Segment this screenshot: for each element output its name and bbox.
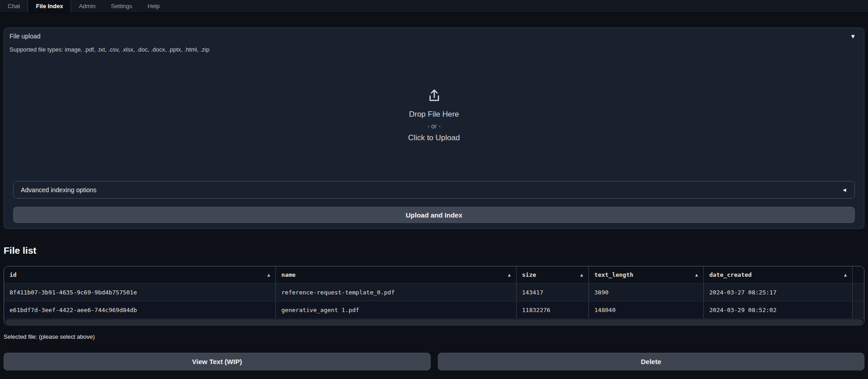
advanced-indexing-options-label: Advanced indexing options [21, 186, 96, 194]
column-label: text_length [594, 271, 633, 278]
table-row[interactable]: 8f411b07-3b91-4635-9c69-9bd4b757501e ref… [4, 283, 864, 301]
tab-admin[interactable]: Admin [71, 0, 103, 12]
table-header-row: id ▲ name ▲ size ▲ text_length ▲ date_cr… [4, 266, 864, 283]
sort-arrow-icon: ▲ [580, 272, 583, 277]
column-header-id[interactable]: id ▲ [4, 266, 276, 283]
horizontal-scrollbar-thumb[interactable] [5, 319, 863, 324]
column-label: date_created [709, 271, 752, 278]
column-header-date-created[interactable]: date_created ▲ [704, 266, 853, 283]
app-window: Chat File Index Admin Settings Help File… [0, 0, 868, 379]
click-to-upload-text: Click to Upload [408, 133, 460, 142]
accordion-collapsed-arrow-icon: ◄ [842, 187, 847, 193]
selected-file-status: Selected file: (please select above) [4, 333, 864, 340]
file-upload-title: File upload [9, 33, 41, 40]
table-scrollbar-gutter[interactable] [853, 266, 864, 283]
upload-icon [427, 88, 442, 104]
cell-name[interactable]: reference-request-template_0.pdf [276, 284, 517, 301]
tab-settings[interactable]: Settings [103, 0, 140, 12]
collapse-arrow-icon[interactable]: ▼ [850, 33, 859, 40]
table-scrollbar-gutter[interactable] [853, 301, 864, 318]
cell-size[interactable]: 143417 [517, 284, 589, 301]
file-index-page: File upload ▼ Supported file types: imag… [0, 28, 868, 370]
file-upload-panel: File upload ▼ Supported file types: imag… [4, 28, 864, 229]
table-scrollbar-gutter[interactable] [853, 284, 864, 301]
column-label: name [281, 271, 295, 278]
cell-date-created[interactable]: 2024-03-29 08:52:02 [704, 301, 853, 318]
cell-id[interactable]: e61bdf7d-3eef-4422-aee6-744c969d84db [4, 301, 276, 318]
table-row[interactable]: e61bdf7d-3eef-4422-aee6-744c969d84db gen… [4, 301, 864, 318]
column-header-size[interactable]: size ▲ [517, 266, 589, 283]
or-text: - or - [427, 123, 441, 130]
sort-arrow-icon: ▲ [508, 272, 511, 277]
tab-file-index[interactable]: File Index [28, 0, 71, 12]
sort-arrow-icon: ▲ [695, 272, 698, 277]
sort-arrow-icon: ▲ [267, 272, 270, 277]
sort-arrow-icon: ▲ [844, 272, 847, 277]
file-upload-accordion-header[interactable]: File upload ▼ [9, 33, 859, 40]
file-dropzone[interactable]: Drop File Here - or - Click to Upload [9, 53, 859, 177]
advanced-indexing-options-accordion[interactable]: Advanced indexing options ◄ [13, 181, 855, 199]
drop-file-here-text: Drop File Here [409, 110, 459, 119]
tab-chat[interactable]: Chat [0, 0, 28, 12]
horizontal-scrollbar[interactable] [4, 318, 864, 325]
column-label: size [522, 271, 536, 278]
cell-text-length[interactable]: 148040 [589, 301, 704, 318]
cell-id[interactable]: 8f411b07-3b91-4635-9c69-9bd4b757501e [4, 284, 276, 301]
cell-size[interactable]: 11832276 [517, 301, 589, 318]
delete-button[interactable]: Delete [438, 353, 865, 370]
upload-and-index-button[interactable]: Upload and Index [13, 207, 855, 223]
tab-help[interactable]: Help [140, 0, 167, 12]
tab-bar: Chat File Index Admin Settings Help [0, 0, 868, 13]
view-text-button[interactable]: View Text (WIP) [4, 353, 431, 370]
file-list-title: File list [4, 245, 864, 256]
supported-file-types-text: Supported file types: image, .pdf, .txt,… [9, 46, 859, 53]
action-buttons-row: View Text (WIP) Delete [4, 353, 864, 370]
cell-text-length[interactable]: 3890 [589, 284, 704, 301]
cell-date-created[interactable]: 2024-03-27 08:25:17 [704, 284, 853, 301]
column-header-text-length[interactable]: text_length ▲ [589, 266, 704, 283]
column-header-name[interactable]: name ▲ [276, 266, 517, 283]
column-label: id [9, 271, 17, 278]
file-table: id ▲ name ▲ size ▲ text_length ▲ date_cr… [4, 266, 864, 325]
cell-name[interactable]: generative_agent 1.pdf [276, 301, 517, 318]
